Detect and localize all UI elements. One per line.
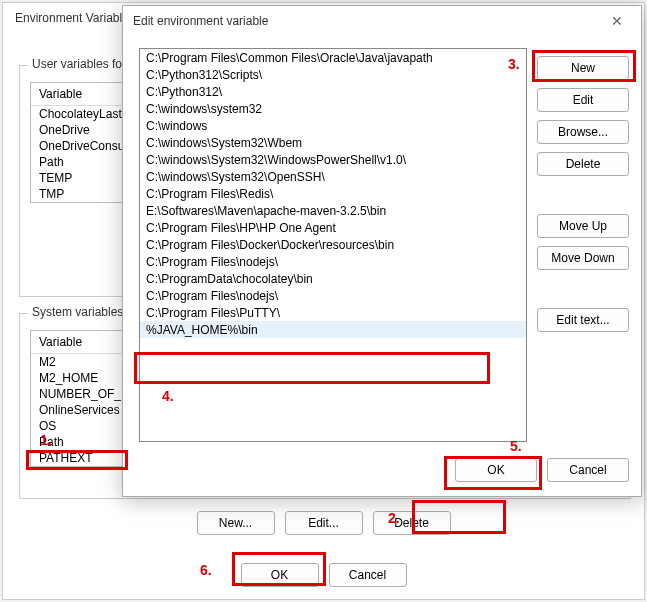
list-item[interactable]: C:\Program Files\nodejs\ [140,253,526,270]
front-titlebar: Edit environment variable ✕ [123,6,641,36]
edit-env-var-dialog: Edit environment variable ✕ C:\Program F… [122,5,642,497]
close-icon[interactable]: ✕ [603,6,631,36]
list-item[interactable]: E:\Softwares\Maven\apache-maven-3.2.5\bi… [140,202,526,219]
move-down-button[interactable]: Move Down [537,246,629,270]
list-item[interactable]: C:\Python312\ [140,83,526,100]
list-item[interactable]: C:\Program Files\nodejs\ [140,287,526,304]
list-item[interactable]: C:\Program Files\HP\HP One Agent [140,219,526,236]
front-dialog-title: Edit environment variable [133,6,268,36]
edit-text-button[interactable]: Edit text... [537,308,629,332]
list-item[interactable]: C:\windows\system32 [140,100,526,117]
list-item[interactable]: C:\Program Files\Redis\ [140,185,526,202]
front-bottom-row: OK Cancel [455,458,629,482]
list-item[interactable]: %JAVA_HOME%\bin [140,321,526,338]
list-item[interactable]: C:\windows\System32\Wbem [140,134,526,151]
move-up-button[interactable]: Move Up [537,214,629,238]
ok-button[interactable]: OK [455,458,537,482]
new-button[interactable]: New [537,56,629,80]
list-item[interactable]: C:\windows\System32\WindowsPowerShell\v1… [140,151,526,168]
list-item[interactable]: C:\ProgramData\chocolatey\bin [140,270,526,287]
list-item[interactable]: C:\Program Files\Common Files\Oracle\Jav… [140,49,526,66]
list-item[interactable]: C:\Program Files\PuTTY\ [140,304,526,321]
edit-button[interactable]: Edit... [285,511,363,535]
browse-button[interactable]: Browse... [537,120,629,144]
column-header-variable: Variable [31,83,90,105]
edit-button[interactable]: Edit [537,88,629,112]
list-item[interactable]: C:\Python312\Scripts\ [140,66,526,83]
cancel-button[interactable]: Cancel [329,563,407,587]
dialog-bottom-row: OK Cancel [3,563,644,587]
list-item[interactable]: C:\Program Files\Docker\Docker\resources… [140,236,526,253]
list-item[interactable]: C:\windows [140,117,526,134]
ok-button[interactable]: OK [241,563,319,587]
new-button[interactable]: New... [197,511,275,535]
cancel-button[interactable]: Cancel [547,458,629,482]
side-button-column: New Edit Browse... Delete Move Up Move D… [537,56,629,340]
delete-button[interactable]: Delete [537,152,629,176]
delete-button[interactable]: Delete [373,511,451,535]
path-listbox[interactable]: C:\Program Files\Common Files\Oracle\Jav… [139,48,527,442]
sys-group-label: System variables [28,305,127,319]
list-item[interactable]: C:\windows\System32\OpenSSH\ [140,168,526,185]
sys-var-button-row: New... Edit... Delete [3,511,644,535]
column-header-variable: Variable [31,331,90,353]
